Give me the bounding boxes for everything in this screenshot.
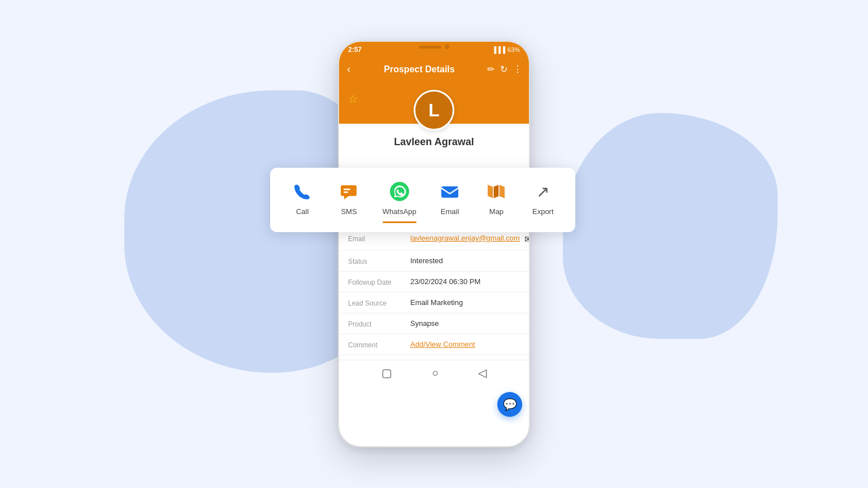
phone-wrapper: Call SMS xyxy=(338,41,530,447)
call-label: Call xyxy=(296,207,309,216)
bg-blob-right xyxy=(563,113,778,339)
export-icon: ↗ xyxy=(531,179,555,204)
whatsapp-active-underline xyxy=(383,221,416,223)
call-icon xyxy=(290,179,315,204)
status-value: Interested xyxy=(410,256,520,265)
svg-marker-7 xyxy=(493,185,499,198)
product-value: Synapse xyxy=(410,319,520,328)
phone-frame: 2:57 ▐▐▐ 63% ‹ Prospect Details ✏ ↻ ⋮ ☆ … xyxy=(338,41,530,447)
email-value[interactable]: lavleenagrawal.enjay@gmail.com xyxy=(410,234,520,242)
signal-icon: ▐▐▐ xyxy=(492,46,505,53)
email-label: Email xyxy=(348,234,410,243)
svg-rect-3 xyxy=(344,191,348,193)
action-whatsapp[interactable]: WhatsApp xyxy=(376,177,423,225)
header-title: Prospect Details xyxy=(356,64,483,75)
action-bar: Call SMS xyxy=(270,175,575,228)
table-row: Followup Date 23/02/2024 06:30 PM xyxy=(339,272,529,293)
avatar-section: ☆ L Lavleen Agrawal xyxy=(339,81,529,159)
email-icon xyxy=(437,179,462,204)
table-row: Lead Source Email Marketing xyxy=(339,293,529,313)
chat-fab[interactable]: 💬 xyxy=(497,392,522,417)
action-call[interactable]: Call xyxy=(283,177,322,218)
action-bar-popup: Call SMS xyxy=(270,168,575,232)
contact-name: Lavleen Agrawal xyxy=(348,136,520,152)
table-row: Status Interested xyxy=(339,251,529,272)
action-export[interactable]: ↗ Export xyxy=(523,177,563,218)
comment-value[interactable]: Add/View Comment xyxy=(410,340,520,348)
svg-rect-0 xyxy=(341,185,357,196)
notch-camera xyxy=(445,45,449,49)
refresh-icon[interactable]: ↻ xyxy=(500,64,507,75)
back-button[interactable]: ‹ xyxy=(346,62,351,76)
lead-source-value: Email Marketing xyxy=(410,298,520,307)
nav-square-icon[interactable]: ▢ xyxy=(381,366,392,380)
product-label: Product xyxy=(348,319,410,328)
status-label: Status xyxy=(348,256,410,265)
table-row: Product Synapse xyxy=(339,313,529,334)
followup-date-value: 23/02/2024 06:30 PM xyxy=(410,277,520,286)
action-sms[interactable]: SMS xyxy=(329,177,368,218)
notch-speaker xyxy=(419,46,441,49)
header-icons: ✏ ↻ ⋮ xyxy=(487,64,522,75)
notch xyxy=(406,42,462,52)
lead-source-label: Lead Source xyxy=(348,298,410,307)
nav-back-icon[interactable]: ◁ xyxy=(478,366,487,380)
edit-icon[interactable]: ✏ xyxy=(487,64,494,75)
avatar: L xyxy=(414,90,454,130)
status-time: 2:57 xyxy=(348,46,362,54)
followup-date-label: Followup Date xyxy=(348,277,410,286)
svg-rect-2 xyxy=(344,189,350,190)
battery-icon: 63% xyxy=(507,46,520,53)
comment-label: Comment xyxy=(348,340,410,349)
sms-label: SMS xyxy=(341,207,357,216)
more-icon[interactable]: ⋮ xyxy=(513,64,522,75)
svg-rect-5 xyxy=(441,186,458,198)
nav-circle-icon[interactable]: ○ xyxy=(432,367,439,380)
chat-fab-icon: 💬 xyxy=(503,398,517,411)
map-icon xyxy=(484,179,509,204)
svg-point-4 xyxy=(390,182,409,201)
status-icons: ▐▐▐ 63% xyxy=(492,46,520,53)
action-map[interactable]: Map xyxy=(476,177,516,218)
table-row: Comment Add/View Comment xyxy=(339,334,529,355)
map-label: Map xyxy=(489,207,504,216)
sms-icon xyxy=(336,179,361,204)
star-icon[interactable]: ☆ xyxy=(348,92,358,106)
action-email[interactable]: Email xyxy=(430,177,470,218)
app-header: ‹ Prospect Details ✏ ↻ ⋮ xyxy=(339,58,529,81)
whatsapp-icon xyxy=(387,179,412,204)
email-envelope-icon: ✉ xyxy=(524,234,530,245)
whatsapp-label: WhatsApp xyxy=(383,207,416,216)
bottom-nav-bar: ▢ ○ ◁ xyxy=(339,360,529,385)
export-label: Export xyxy=(532,207,554,216)
svg-marker-1 xyxy=(344,196,349,199)
email-label: Email xyxy=(441,207,459,216)
